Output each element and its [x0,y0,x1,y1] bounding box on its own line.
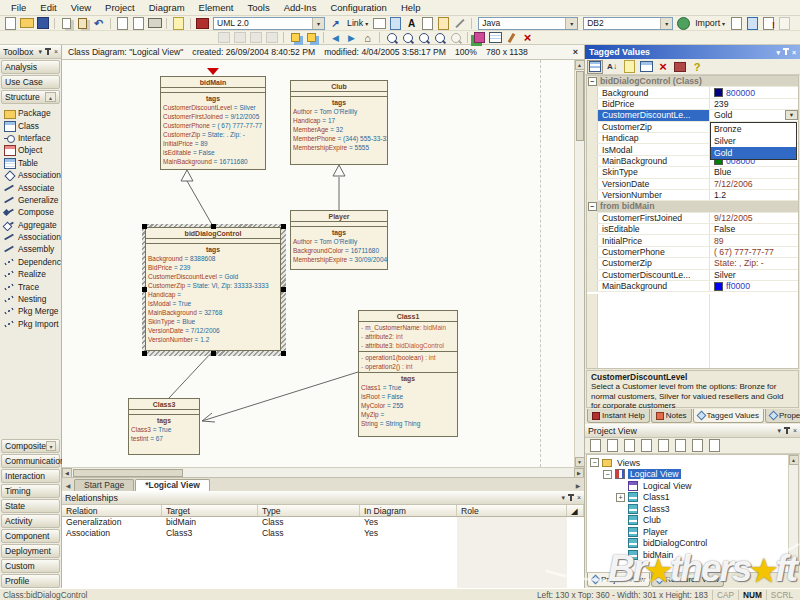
menu-element[interactable]: Element [192,1,241,14]
dropdown-button-icon[interactable]: ▼ [785,110,798,120]
collapse-icon[interactable]: − [590,458,599,467]
toolbox-item-nesting[interactable]: Nesting [0,293,61,305]
zoom-100-icon[interactable] [416,31,431,44]
delete-tag-icon[interactable] [655,60,671,74]
relationship-row[interactable]: GeneralizationbidMainClassYes [62,517,584,528]
link-arrow-icon[interactable] [328,17,343,30]
menu-configuration[interactable]: Configuration [323,1,394,14]
tag-row-customerphone[interactable]: CustomerPhone( 67) 777-77-77 [587,247,798,258]
toolbox-pin-icon[interactable] [45,48,51,56]
resize-handle[interactable] [211,351,216,356]
menu-tools[interactable]: Tools [240,1,276,14]
dropdown-option-gold[interactable]: Gold [711,147,796,159]
save-icon[interactable] [35,17,50,30]
tag-value[interactable]: 239 [710,99,798,109]
toolbox-item-trace[interactable]: Trace [0,280,61,292]
project-view-close-icon[interactable]: × [793,427,797,434]
panel-tab-notes[interactable]: Notes [651,409,692,423]
horizontal-scroll-thumb[interactable] [73,469,183,477]
doc-export1-icon[interactable] [729,17,744,30]
toolbox-item-association[interactable]: Association [0,169,61,181]
toolbox-group-analysis[interactable]: Analysis [1,60,60,74]
tag-value[interactable]: 9/12/2005 [710,213,798,223]
resize-handle[interactable] [281,351,286,356]
tag-row-versiondate[interactable]: VersionDate7/12/2006 [587,179,798,190]
resize-handle[interactable] [142,287,147,292]
tree-item-logical-view[interactable]: −Logical View [587,469,788,481]
tree-item-class3[interactable]: Class3 [587,503,788,515]
uml-version-combo[interactable]: UML 2.0▾ [213,17,325,30]
tag-row-customerdiscountle[interactable]: CustomerDiscountLe...Gold▼ [587,110,798,121]
toolbox-item-assembly[interactable]: Assembly [0,243,61,255]
expand-icon[interactable]: + [616,493,625,502]
tag-row-mainbackground[interactable]: MainBackgroundff0000 [587,281,798,292]
home-icon[interactable] [360,31,375,44]
stamp-icon[interactable] [672,60,688,74]
add-tag-icon[interactable] [621,60,637,74]
tree-scroll-down-icon[interactable]: ▼ [789,562,799,572]
resize-handle[interactable] [281,224,286,229]
toolbox-item-realize[interactable]: Realize [0,268,61,280]
panel-tab-properties[interactable]: Properties [765,409,800,423]
collapse-icon[interactable]: − [603,470,612,479]
new-folder-icon[interactable] [621,439,637,453]
tag-group-header[interactable]: −bidDialogControl (Class) [587,76,798,87]
tag-row-customerdiscountle[interactable]: CustomerDiscountLe...Silver [587,270,798,281]
menu-diagram[interactable]: Diagram [142,1,192,14]
menu-project[interactable]: Project [98,1,142,14]
toolbox-group-timing[interactable]: Timing [1,484,60,498]
collapse-group-icon[interactable]: ▴ [45,92,56,102]
toolbox-item-pkg-merge[interactable]: Pkg Merge [0,305,61,317]
generalization-arrow-icon[interactable] [333,165,345,176]
panel-tab-instant-help[interactable]: Instant Help [587,409,650,423]
toolbox-item-package[interactable]: Package [0,107,61,119]
relationship-row[interactable]: AssociationClass3ClassYes [62,528,584,539]
column-header-in-diagram[interactable]: In Diagram [360,505,457,516]
connector-generalization-biddialogcontrol-bidmain[interactable] [187,181,214,228]
dropdown-option-bronze[interactable]: Bronze [711,123,796,135]
tag-value[interactable]: Gold▼ [710,110,798,120]
menu-file[interactable]: File [4,1,33,14]
toolbox-item-association-cl[interactable]: Association Cl... [0,231,61,243]
column-header-target[interactable]: Target [162,505,258,516]
tag-value[interactable]: Silver [710,270,798,280]
new-model-icon[interactable] [587,439,603,453]
toolbox-group-custom[interactable]: Custom [1,559,60,573]
doc-export2-icon[interactable] [745,17,760,30]
profile-icon[interactable] [706,439,722,453]
tree-scroll-up-icon[interactable]: ▲ [789,455,799,465]
tag-row-versionnumber[interactable]: VersionNumber1.2 [587,190,798,201]
menu-add-ins[interactable]: Add-Ins [277,1,324,14]
project-view-menu-icon[interactable]: ▾ [777,427,781,434]
tag-row-skintype[interactable]: SkinTypeBlue [587,167,798,178]
class-club[interactable]: ClubtagsAuthor = Tom O'ReilllyHandicap =… [290,80,388,165]
menu-help[interactable]: Help [394,1,428,14]
column-header-sort[interactable]: ◢ [567,505,584,516]
database-combo[interactable]: DB2▾ [583,17,673,30]
toolbox-group-deployment[interactable]: Deployment [1,544,60,558]
tree-item-biddialogcontrol[interactable]: bidDialogControl [587,538,788,550]
tag-row-bidprice[interactable]: BidPrice239 [587,99,798,110]
page-icon[interactable] [420,17,435,30]
zoom-in-icon[interactable] [384,31,399,44]
class-class3[interactable]: Class3tagsClass3 = Truetestint = 67 [128,398,200,455]
resize-handle[interactable] [281,287,286,292]
toolbox-group-activity[interactable]: Activity [1,514,60,528]
text-a-icon[interactable] [404,17,419,30]
generate-icon[interactable] [672,439,688,453]
class-class1[interactable]: Class1-m_CustomerName: bidMain-attribute… [358,310,458,437]
connector-association-biddialogcontrol-class3[interactable] [169,352,212,398]
relationships-menu-icon[interactable]: ▾ [561,494,565,501]
chevron-down-icon[interactable]: ▾ [312,18,324,29]
chevron-down-icon[interactable]: ▾ [660,18,672,29]
connector-generalization-open-class1-class3[interactable] [202,372,358,421]
tree-item-logical-view[interactable]: Logical View [587,480,788,492]
globe-icon[interactable] [676,17,691,30]
tab-scroll-left-icon[interactable]: ◀ [63,479,73,491]
validate-icon[interactable] [689,439,705,453]
panel-tab-project-view[interactable]: Project View [587,573,650,587]
tag-value[interactable]: 800000 [710,87,798,97]
class-player[interactable]: PlayertagsAuthor = Tom O'ReilllyBackgrou… [290,210,388,270]
tree-item-bidmain[interactable]: bidMain [587,549,788,561]
toolbox-item-pkg-import[interactable]: Pkg Import [0,318,61,330]
